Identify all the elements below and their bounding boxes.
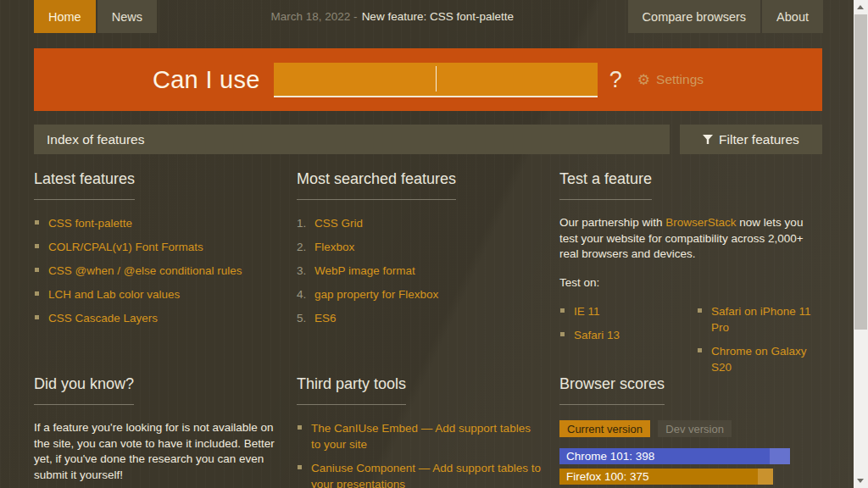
dev-version-button[interactable]: Dev version	[658, 420, 732, 437]
test-on-label: Test on:	[559, 275, 822, 291]
index-bar: Index of features Filter features	[34, 125, 822, 154]
list-item: CSS font-palette	[34, 215, 280, 231]
browser-score-bars: Chrome 101: 398 Firefox 100: 375 Safari …	[559, 448, 822, 488]
list-item: Flexbox	[297, 239, 542, 255]
text-segment: vote to have it included	[120, 437, 237, 450]
list-item: LCH and Lab color values	[34, 286, 280, 302]
section-title: Most searched features	[297, 170, 456, 200]
text-segment: Our partnership with	[559, 216, 665, 229]
section-browser-scores: Browser scores Current version Dev versi…	[559, 375, 822, 488]
filter-funnel-icon	[703, 135, 713, 145]
browser-score-bar[interactable]: Firefox 100: 375	[559, 469, 773, 485]
test-target-link[interactable]: Safari 13	[574, 329, 620, 341]
section-title: Third party tools	[297, 375, 406, 405]
list-item: CSS Grid	[297, 215, 542, 231]
question-mark: ?	[609, 67, 622, 93]
list-item: ES6	[297, 310, 542, 326]
browserstack-text: Our partnership with BrowserStack now le…	[559, 215, 822, 263]
filter-features-label: Filter features	[719, 132, 799, 147]
nav-about-button[interactable]: About	[762, 0, 823, 33]
nav-right: Compare browsers About	[628, 0, 823, 33]
section-most-searched: Most searched features CSS Grid Flexbox …	[297, 170, 542, 375]
score-version-toggle: Current version Dev version	[559, 420, 822, 437]
third-party-tools-list: The CanIUse Embed — Add support tables t…	[297, 420, 542, 488]
section-test-a-feature: Test a feature Our partnership with Brow…	[559, 170, 822, 375]
feature-link[interactable]: CSS Grid	[314, 217, 363, 230]
feature-link[interactable]: CSS @when / @else conditional rules	[48, 264, 242, 277]
section-title: Test a feature	[559, 170, 652, 200]
test-target-link[interactable]: IE 11	[574, 305, 600, 318]
feature-link[interactable]: LCH and Lab color values	[48, 288, 180, 301]
list-item: CSS Cascade Layers	[34, 310, 280, 326]
did-you-know-text: If a feature you're looking for is not a…	[34, 420, 280, 483]
news-date: March 18, 2022 -	[271, 10, 358, 23]
list-item: Chrome on Galaxy S20	[697, 343, 822, 375]
bar-label: Chrome 101: 398	[559, 448, 790, 464]
section-title: Latest features	[34, 170, 135, 200]
settings-label: Settings	[656, 72, 704, 87]
site-title: Can I use	[153, 66, 260, 94]
feature-link[interactable]: gap property for Flexbox	[314, 288, 438, 301]
news-announcement-link[interactable]: New feature: CSS font-palette	[362, 10, 514, 23]
section-title: Did you know?	[34, 375, 134, 405]
scroll-down-arrow-icon[interactable]	[857, 479, 864, 483]
index-of-features[interactable]: Index of features	[34, 125, 670, 154]
test-target-link[interactable]: Safari on iPhone 11 Pro	[711, 305, 811, 334]
browser-score-bar[interactable]: Chrome 101: 398	[559, 448, 790, 464]
filter-features-button[interactable]: Filter features	[680, 125, 822, 154]
feature-link[interactable]: CSS font-palette	[48, 217, 132, 230]
browserstack-link[interactable]: BrowserStack	[665, 216, 736, 229]
list-item: The CanIUse Embed — Add support tables t…	[297, 420, 542, 452]
feature-link[interactable]: COLR/CPAL(v1) Font Formats	[48, 241, 203, 253]
list-item: Safari 13	[559, 327, 685, 343]
list-item: WebP image format	[297, 263, 542, 279]
feature-link[interactable]: CSS Cascade Layers	[48, 312, 158, 324]
feature-link[interactable]: Flexbox	[314, 241, 354, 253]
scroll-up-arrow-icon[interactable]	[857, 5, 864, 9]
test-target-link[interactable]: Chrome on Galaxy S20	[711, 345, 807, 374]
list-item: Caniuse Component — Add support tables t…	[297, 460, 542, 488]
caniuse-homepage: Home News March 18, 2022 - New feature: …	[0, 0, 854, 488]
main-content: Latest features CSS font-palette COLR/CP…	[34, 170, 822, 488]
most-searched-list: CSS Grid Flexbox WebP image format gap p…	[297, 215, 542, 326]
latest-features-list: CSS font-palette COLR/CPAL(v1) Font Form…	[34, 215, 280, 326]
nav-news-button[interactable]: News	[97, 0, 157, 33]
settings-link[interactable]: ⚙ Settings	[637, 71, 704, 89]
vertical-scrollbar[interactable]	[854, 0, 868, 488]
list-item: Safari on iPhone 11 Pro	[697, 303, 822, 336]
nav-compare-browsers-button[interactable]: Compare browsers	[628, 0, 761, 33]
list-item: CSS @when / @else conditional rules	[34, 263, 280, 279]
news-ticker: March 18, 2022 - New feature: CSS font-p…	[157, 0, 628, 33]
search-banner: Can I use ? ⚙ Settings	[34, 48, 822, 111]
nav-home-button[interactable]: Home	[34, 0, 96, 33]
section-did-you-know: Did you know? If a feature you're lookin…	[34, 375, 280, 488]
feature-link[interactable]: WebP image format	[314, 264, 415, 277]
gear-icon: ⚙	[637, 71, 650, 89]
search-input-wrap	[274, 63, 598, 97]
text-segment: !	[120, 469, 123, 481]
top-nav: Home News March 18, 2022 - New feature: …	[0, 0, 854, 33]
list-item: COLR/CPAL(v1) Font Formats	[34, 239, 280, 255]
bar-label: Firefox 100: 375	[559, 469, 773, 485]
tool-link[interactable]: The CanIUse Embed — Add support tables t…	[311, 422, 531, 451]
text-segment: submit it yourself	[34, 469, 120, 481]
section-title: Browser scores	[559, 375, 665, 405]
list-item: gap property for Flexbox	[297, 286, 542, 302]
list-item: IE 11	[559, 303, 685, 319]
tool-link[interactable]: Caniuse Component — Add support tables t…	[311, 462, 541, 488]
text-caret	[436, 66, 437, 92]
scrollbar-thumb[interactable]	[854, 14, 867, 330]
feature-link[interactable]: ES6	[314, 312, 337, 324]
section-third-party-tools: Third party tools The CanIUse Embed — Ad…	[297, 375, 542, 488]
current-version-button[interactable]: Current version	[559, 420, 650, 437]
test-targets-list: IE 11 Safari 13 Safari on iPhone 11 Pro …	[559, 303, 822, 375]
section-latest-features: Latest features CSS font-palette COLR/CP…	[34, 170, 280, 375]
